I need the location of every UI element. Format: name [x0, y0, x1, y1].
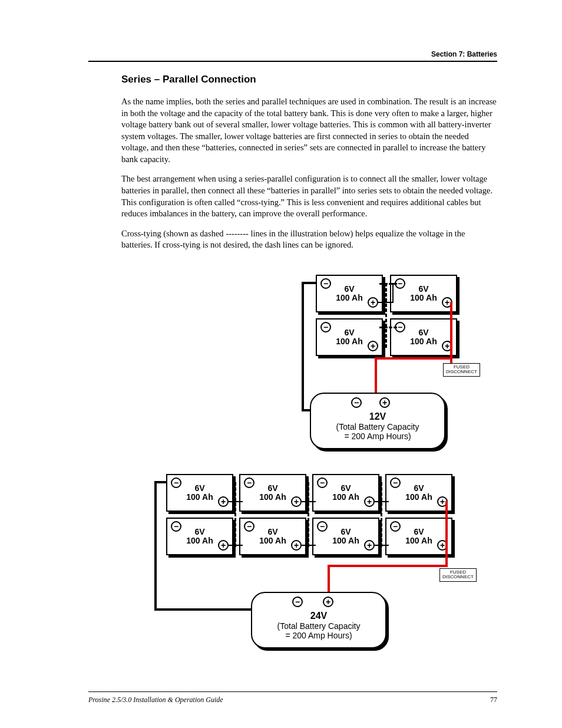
t-r1c2-p: + — [291, 496, 302, 507]
paragraph-3: Cross-tying (shown as dashed -------- li… — [121, 228, 497, 251]
heading-series-parallel: Series – Parallel Connection — [121, 74, 497, 85]
t-r1c2-m: − — [244, 477, 254, 488]
t-r2c1-m: − — [171, 521, 181, 532]
cell-ah: 100 Ah — [332, 492, 359, 502]
paragraph-2: The best arrangement when using a series… — [121, 173, 497, 219]
load-capacity-24: (Total Battery Capacity = 200 Amp Hours) — [252, 621, 385, 640]
cell-ah: 100 Ah — [405, 492, 432, 502]
crosstie-h2 — [379, 327, 397, 328]
footer-page-number: 77 — [490, 696, 497, 704]
cell-v: 6V — [344, 328, 354, 337]
wire-neg-bus — [302, 282, 304, 411]
cell-v: 6V — [340, 527, 351, 536]
t-r1c1-p: + — [218, 496, 229, 507]
footer-guide-title: Prosine 2.5/3.0 Installation & Operation… — [88, 696, 223, 704]
cell-ah: 100 Ah — [410, 337, 437, 346]
terminal-plus-b1: + — [368, 341, 378, 351]
paragraph-1: As the name implies, both the series and… — [121, 96, 497, 165]
cell-ah: 100 Ah — [186, 536, 213, 545]
cell-v: 6V — [267, 483, 277, 493]
t-r2c1-p: + — [218, 540, 229, 551]
footer: Prosine 2.5/3.0 Installation & Operation… — [88, 691, 497, 704]
load-capacity: (Total Battery Capacity = 200 Amp Hours) — [311, 422, 444, 441]
load-voltage-24: 24V — [252, 611, 385, 621]
cell-v: 6V — [267, 527, 277, 536]
w24-pos-h — [328, 565, 448, 567]
t-r1c1-m: − — [171, 477, 181, 488]
load-minus-24: − — [292, 597, 303, 607]
load-plus: + — [379, 397, 390, 408]
cell-v: 6V — [414, 483, 424, 493]
cell-ah: 100 Ah — [336, 337, 362, 346]
cell-v: 6V — [194, 483, 204, 493]
t-r1c3-p: + — [364, 496, 375, 507]
terminal-plus-a1: + — [368, 297, 378, 308]
cell-v: 6V — [194, 527, 204, 536]
cell-ah: 100 Ah — [332, 536, 359, 545]
cell-ah: 100 Ah — [259, 536, 286, 545]
cell-ah: 100 Ah — [405, 536, 432, 545]
cell-v: 6V — [418, 328, 428, 337]
t-r2c2-m: − — [244, 521, 254, 532]
w24-pos-v — [445, 501, 448, 567]
wire-neg-bus-24 — [154, 481, 157, 611]
terminal-minus-a1: − — [320, 278, 331, 289]
cell-ah: 100 Ah — [336, 293, 362, 302]
t-r1c4-m: − — [390, 477, 401, 488]
diagram-24v: 6V100 Ah − + 6V100 Ah − + 6V100 Ah − + 6… — [151, 474, 481, 657]
t-r2c4-m: − — [390, 521, 401, 532]
cell-ah: 100 Ah — [186, 492, 213, 502]
load-plus-24: + — [323, 597, 333, 607]
ct24-2 — [308, 482, 309, 547]
cell-ah: 100 Ah — [410, 293, 437, 302]
diagram-12v: 6V 100 Ah − + 6V 100 Ah − + 6V 100 Ah — [292, 275, 481, 457]
cell-v: 6V — [414, 527, 424, 536]
section-label: Section 7: Batteries — [88, 50, 497, 58]
crosstie-h1 — [379, 283, 397, 285]
t-r2c2-p: + — [291, 540, 302, 551]
divider — [88, 61, 497, 62]
terminal-minus-b1: − — [320, 322, 331, 332]
fused-disconnect-label: FUSED DISCONNECT — [443, 363, 480, 377]
wire-pos-row2 — [375, 357, 452, 360]
load-voltage: 12V — [311, 411, 444, 422]
crosstie-mid — [385, 283, 387, 348]
ct24-1 — [234, 482, 236, 547]
diagram-area: 6V 100 Ah − + 6V 100 Ah − + 6V 100 Ah — [121, 275, 498, 657]
t-r1c3-m: − — [317, 477, 328, 488]
ct24-3 — [381, 482, 382, 547]
wire-series-left-v — [392, 283, 394, 303]
load-minus: − — [351, 397, 362, 408]
t-r2c3-m: − — [317, 521, 328, 532]
load-box-24v: 24V (Total Battery Capacity = 200 Amp Ho… — [251, 592, 386, 648]
cell-v: 6V — [344, 284, 354, 294]
load-box-12v: 12V (Total Battery Capacity = 200 Amp Ho… — [310, 393, 445, 449]
cell-v: 6V — [418, 284, 428, 294]
t-r2c3-p: + — [364, 540, 375, 551]
cell-v: 6V — [340, 483, 351, 493]
fused-disconnect-24: FUSED DISCONNECT — [439, 568, 477, 582]
cell-ah: 100 Ah — [259, 492, 286, 502]
